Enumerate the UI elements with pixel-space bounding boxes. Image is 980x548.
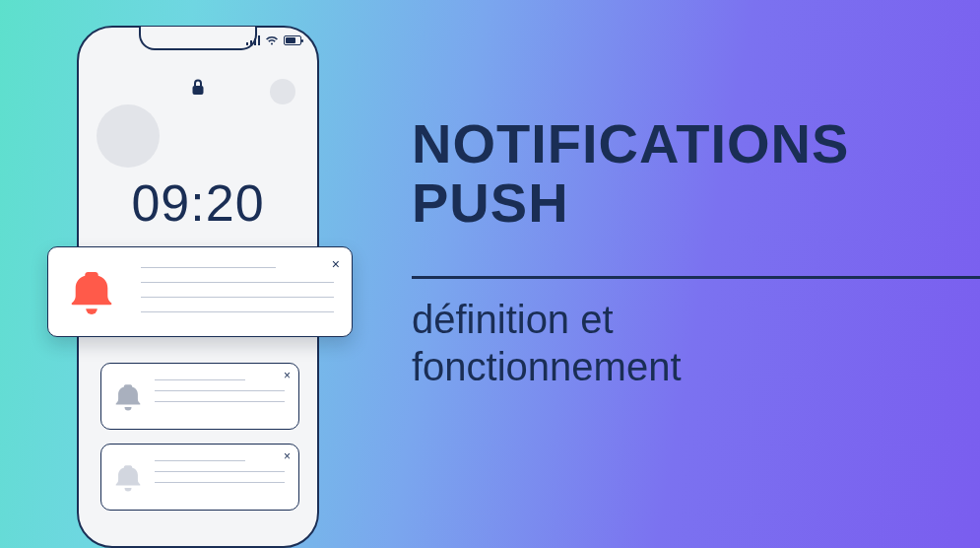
svg-rect-1 [250, 40, 252, 45]
status-bar [246, 35, 301, 45]
subhead-line-1: définition et [412, 298, 614, 341]
placeholder-line [155, 471, 285, 472]
placeholder-line [155, 401, 285, 402]
notification-card-secondary: × [100, 363, 299, 430]
bell-icon [68, 265, 115, 320]
notification-card-primary: × [47, 246, 353, 337]
headline: NOTIFICATIONS PUSH [412, 114, 970, 234]
wifi-icon [265, 35, 279, 45]
phone-notch [139, 27, 257, 50]
placeholder-line [141, 267, 276, 268]
svg-rect-2 [254, 38, 256, 45]
notification-placeholder-text [155, 460, 285, 483]
decorative-circle-small [270, 79, 295, 104]
lock-icon [191, 79, 205, 100]
svg-rect-0 [246, 42, 248, 45]
placeholder-line [141, 282, 334, 283]
notification-placeholder-text [141, 267, 334, 312]
bell-icon [113, 379, 143, 415]
svg-rect-4 [193, 86, 204, 95]
placeholder-line [141, 311, 334, 312]
headline-line-2: PUSH [412, 171, 569, 234]
placeholder-line [155, 460, 245, 461]
close-icon: × [284, 450, 291, 462]
notification-card-tertiary: × [100, 444, 299, 511]
phone-illustration: 09:20 × × [77, 26, 319, 548]
placeholder-line [155, 390, 285, 391]
headline-line-1: NOTIFICATIONS [412, 112, 849, 174]
lock-screen-clock: 09:20 [79, 173, 317, 233]
decorative-circle-large [97, 104, 160, 168]
subhead-line-2: fonctionnement [412, 345, 682, 388]
placeholder-line [155, 482, 285, 483]
placeholder-line [141, 297, 334, 298]
notification-placeholder-text [155, 379, 285, 402]
close-icon: × [284, 370, 291, 381]
divider-line [412, 276, 980, 279]
placeholder-line [155, 379, 245, 380]
bell-icon [113, 460, 143, 496]
svg-rect-3 [258, 35, 260, 45]
signal-icon [246, 35, 260, 45]
subheadline: définition et fonctionnement [412, 296, 682, 390]
battery-icon [284, 35, 301, 45]
